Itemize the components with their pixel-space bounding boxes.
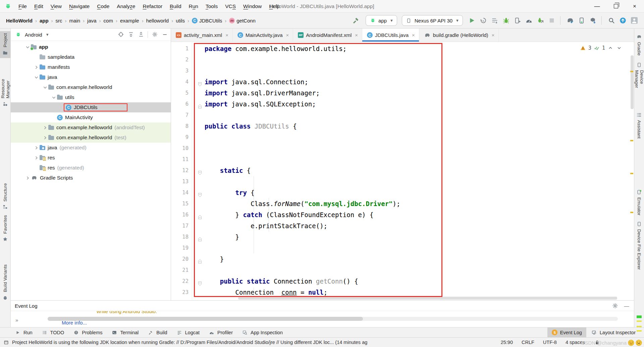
breadcrumb-item-app[interactable]: app [39, 17, 49, 24]
chevron-down-icon[interactable] [24, 45, 31, 49]
tool-stripe-gradle[interactable]: Gradle [634, 31, 644, 55]
tool-window-button-profiler[interactable]: Profiler [204, 328, 237, 337]
code-line-22[interactable]: 22 public static Connection getConn() { [171, 276, 634, 287]
tool-window-button-terminal[interactable]: Terminal [107, 328, 143, 337]
tree-item-gradle-scripts[interactable]: Gradle Scripts [11, 173, 171, 183]
chevron-right-icon[interactable] [42, 126, 48, 130]
breadcrumb-item-com[interactable]: com [103, 17, 114, 24]
next-issue-button[interactable] [616, 45, 623, 51]
gradle-sync-button[interactable] [565, 15, 575, 26]
user-avatar-button[interactable] [629, 15, 639, 26]
breadcrumb-item-jdbcutils[interactable]: CJDBCUtils [191, 17, 223, 24]
tool-window-button-run[interactable]: Run [10, 328, 37, 337]
tool-stripe-device-file-explorer[interactable]: Device File Explorer [634, 218, 644, 276]
tool-stripe-build-variants[interactable]: Build Variants [0, 262, 10, 309]
refactor-menu[interactable]: Refactor [139, 0, 166, 13]
run-play-button[interactable] [467, 15, 477, 26]
tool-window-button-layout-inspector[interactable]: Layout Inspector [586, 328, 640, 337]
tool-window-button-problems[interactable]: Problems [68, 328, 107, 337]
code-line-9[interactable]: 9 [171, 132, 634, 143]
breadcrumb-item-main[interactable]: main [69, 17, 81, 24]
breadcrumb-item-src[interactable]: src [55, 17, 63, 24]
code-line-5[interactable]: 5import java.sql.DriverManager; [171, 88, 634, 99]
tool-stripe-emulator[interactable]: Emulator [634, 187, 644, 215]
breadcrumb-item-helloworld[interactable]: helloworld [146, 17, 170, 24]
tool-window-button-logcat[interactable]: Logcat [172, 328, 204, 337]
tools-menu[interactable]: Tools [202, 0, 221, 13]
tree-item-app[interactable]: app [11, 42, 171, 52]
overflow-chevron[interactable]: » [15, 317, 18, 323]
code-line-18[interactable]: 18 } [171, 232, 634, 243]
apply-changes-button[interactable]: A [478, 15, 488, 26]
restore-button[interactable] [606, 0, 625, 12]
code-line-21[interactable]: 21 [171, 265, 634, 276]
tree-item-res[interactable]: res(generated) [11, 163, 171, 173]
ide-updates-button[interactable] [618, 15, 628, 26]
apply-code-changes-button[interactable] [490, 15, 500, 26]
project-view-select[interactable]: Android [25, 32, 42, 38]
hide-panel-icon[interactable]: — [623, 302, 630, 309]
tree-item-java[interactable]: java(generated) [11, 143, 171, 153]
window-menu[interactable]: Window [239, 0, 265, 13]
collapse-all-button[interactable] [138, 31, 144, 38]
code-editor[interactable]: 3 1 [171, 42, 634, 300]
chevron-right-icon[interactable] [33, 65, 40, 69]
line-ending[interactable]: CRLF [522, 340, 534, 345]
tool-stripe-assistant[interactable]: Assistant [634, 109, 644, 138]
breadcrumb-item-utils[interactable]: utils [175, 17, 185, 24]
breadcrumb-item-getconn[interactable]: mgetConn [228, 17, 256, 24]
tool-stripe-structure[interactable]: Structure [0, 181, 10, 210]
tree-item-com-example-helloworld[interactable]: com.example.helloworld(androidTest) [11, 122, 171, 133]
code-line-1[interactable]: 1package com.example.helloworld.utils; [171, 43, 634, 54]
profiler-gauge-button[interactable] [524, 15, 534, 26]
chevron-right-icon[interactable] [33, 146, 40, 150]
navigate-menu[interactable]: Navigate [65, 0, 93, 13]
tab-jdbcutils-java[interactable]: CJDBCUtils.java× [362, 29, 419, 42]
code-line-10[interactable]: 10 [171, 143, 634, 154]
breadcrumb-item-java[interactable]: java [87, 17, 97, 24]
tool-stripe-project[interactable]: Project [0, 31, 10, 58]
device-manager-button[interactable] [577, 15, 587, 26]
close-icon[interactable]: × [286, 32, 289, 38]
caret-position[interactable]: 25:90 [501, 340, 513, 345]
minimize-button[interactable]: — [588, 0, 606, 12]
close-button[interactable]: × [625, 0, 644, 12]
vcs-menu[interactable]: VCS [221, 0, 239, 13]
close-icon[interactable]: × [492, 32, 495, 38]
build-hammer-button[interactable] [351, 15, 361, 26]
close-icon[interactable]: × [225, 32, 228, 38]
tab-mainactivity-java[interactable]: CMainActivity.java× [233, 29, 293, 42]
chevron-right-icon[interactable] [24, 176, 31, 180]
expand-all-button[interactable] [127, 31, 134, 38]
code-line-6[interactable]: 6import java.sql.SQLException; [171, 99, 634, 110]
search-everywhere-button[interactable] [606, 15, 616, 26]
gear-icon[interactable] [612, 302, 619, 309]
tool-stripe-favorites[interactable]: Favorites [0, 213, 10, 238]
hide-panel-button[interactable] [161, 31, 168, 38]
tree-item-utils[interactable]: utils [11, 92, 171, 102]
code-line-2[interactable]: 2 [171, 54, 634, 65]
breadcrumb-item-example[interactable]: example [119, 17, 140, 24]
code-line-12[interactable]: 12 static { [171, 165, 634, 176]
chevron-right-icon[interactable] [33, 156, 40, 160]
code-line-17[interactable]: 17 e.printStackTrace(); [171, 220, 634, 232]
tree-item-jdbcutils[interactable]: CJDBCUtils [11, 102, 171, 112]
tab-androidmanifest-xml[interactable]: MFAndroidManifest.xml× [293, 29, 362, 42]
code-line-4[interactable]: 4import java.sql.Connection; [171, 77, 634, 88]
tool-stripe-device-manager[interactable]: Device Manager [634, 59, 644, 105]
tool-window-button-todo[interactable]: TODO [37, 328, 69, 337]
edit-menu[interactable]: Edit [31, 0, 47, 13]
tree-item-java[interactable]: java [11, 72, 171, 82]
analyze-menu[interactable]: Analyze [113, 0, 139, 13]
attach-debugger-button[interactable] [535, 15, 545, 26]
close-icon[interactable]: × [412, 32, 415, 38]
tree-item-mainactivity[interactable]: CMainActivity [11, 112, 171, 122]
code-line-14[interactable]: 14 try { [171, 187, 634, 198]
breadcrumb-item-helloworld[interactable]: HelloWorld [5, 17, 33, 24]
tree-item-res[interactable]: res [11, 153, 171, 163]
settings-gear-button[interactable] [151, 31, 158, 38]
code-line-20[interactable]: 20 } [171, 254, 634, 265]
stop-button[interactable] [547, 15, 557, 26]
run-config-select[interactable]: app ▼ [366, 15, 397, 26]
device-select[interactable]: Nexus 6P API 30 ▼ [402, 15, 463, 26]
